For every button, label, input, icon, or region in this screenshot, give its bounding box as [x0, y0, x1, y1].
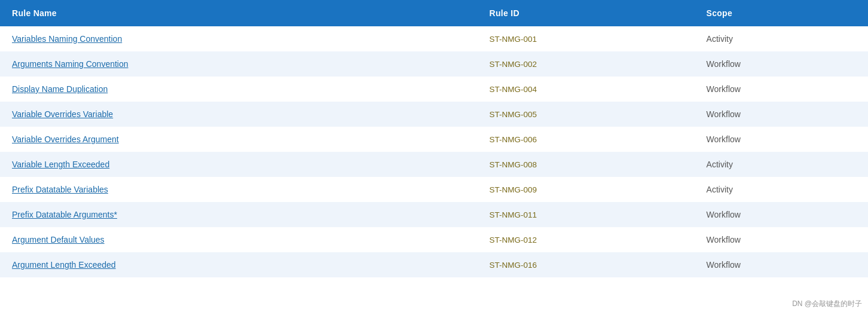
rule-name-link[interactable]: Display Name Duplication: [12, 84, 108, 94]
rule-scope-cell: Workflow: [695, 77, 868, 102]
rule-scope-cell: Activity: [695, 26, 868, 51]
table-row: Argument Default ValuesST-NMG-012Workflo…: [0, 227, 868, 252]
rule-name-link[interactable]: Argument Default Values: [12, 235, 105, 244]
rule-name-link[interactable]: Argument Length Exceeded: [12, 260, 116, 270]
rule-name-link[interactable]: Variable Overrides Variable: [12, 109, 113, 119]
rules-table-container: Rule Name Rule ID Scope Variables Naming…: [0, 0, 868, 277]
rule-name-cell: Argument Length Exceeded: [0, 252, 478, 277]
header-rule-id: Rule ID: [478, 0, 695, 26]
header-rule-name: Rule Name: [0, 0, 478, 26]
rule-name-link[interactable]: Prefix Datatable Arguments*: [12, 210, 117, 219]
rule-id-cell: ST-NMG-005: [478, 102, 695, 127]
rule-name-cell: Display Name Duplication: [0, 77, 478, 102]
rule-id-cell: ST-NMG-008: [478, 152, 695, 177]
header-scope: Scope: [695, 0, 868, 26]
rule-name-cell: Prefix Datatable Arguments*: [0, 202, 478, 227]
table-row: Variables Naming ConventionST-NMG-001Act…: [0, 26, 868, 51]
rule-scope-cell: Workflow: [695, 227, 868, 252]
rule-name-link[interactable]: Variables Naming Convention: [12, 34, 122, 44]
rule-name-cell: Argument Default Values: [0, 227, 478, 252]
rule-id-cell: ST-NMG-001: [478, 26, 695, 51]
rule-id-cell: ST-NMG-002: [478, 51, 695, 77]
table-row: Prefix Datatable VariablesST-NMG-009Acti…: [0, 177, 868, 202]
table-row: Arguments Naming ConventionST-NMG-002Wor…: [0, 51, 868, 77]
rule-scope-cell: Activity: [695, 177, 868, 202]
table-row: Variable Overrides ArgumentST-NMG-006Wor…: [0, 127, 868, 152]
table-row: Variable Length ExceededST-NMG-008Activi…: [0, 152, 868, 177]
rule-id-cell: ST-NMG-012: [478, 227, 695, 252]
rule-scope-cell: Activity: [695, 152, 868, 177]
rule-name-cell: Prefix Datatable Variables: [0, 177, 478, 202]
rule-name-cell: Variable Overrides Argument: [0, 127, 478, 152]
rule-id-cell: ST-NMG-011: [478, 202, 695, 227]
rule-name-link[interactable]: Variable Length Exceeded: [12, 160, 109, 169]
rules-table: Rule Name Rule ID Scope Variables Naming…: [0, 0, 868, 277]
rule-name-cell: Arguments Naming Convention: [0, 51, 478, 77]
table-row: Prefix Datatable Arguments*ST-NMG-011Wor…: [0, 202, 868, 227]
rule-name-cell: Variable Length Exceeded: [0, 152, 478, 177]
rule-name-link[interactable]: Arguments Naming Convention: [12, 59, 129, 69]
table-header-row: Rule Name Rule ID Scope: [0, 0, 868, 26]
rule-name-cell: Variables Naming Convention: [0, 26, 478, 51]
table-row: Display Name DuplicationST-NMG-004Workfl…: [0, 77, 868, 102]
rule-name-link[interactable]: Prefix Datatable Variables: [12, 185, 108, 194]
rule-id-cell: ST-NMG-004: [478, 77, 695, 102]
rule-name-cell: Variable Overrides Variable: [0, 102, 478, 127]
rule-scope-cell: Workflow: [695, 202, 868, 227]
rule-scope-cell: Workflow: [695, 127, 868, 152]
rule-scope-cell: Workflow: [695, 51, 868, 77]
table-row: Variable Overrides VariableST-NMG-005Wor…: [0, 102, 868, 127]
rule-id-cell: ST-NMG-016: [478, 252, 695, 277]
table-row: Argument Length ExceededST-NMG-016Workfl…: [0, 252, 868, 277]
rule-scope-cell: Workflow: [695, 252, 868, 277]
rule-name-link[interactable]: Variable Overrides Argument: [12, 134, 119, 144]
watermark: DN @会敲键盘的时子: [792, 299, 862, 309]
rule-id-cell: ST-NMG-009: [478, 177, 695, 202]
rule-id-cell: ST-NMG-006: [478, 127, 695, 152]
rule-scope-cell: Workflow: [695, 102, 868, 127]
